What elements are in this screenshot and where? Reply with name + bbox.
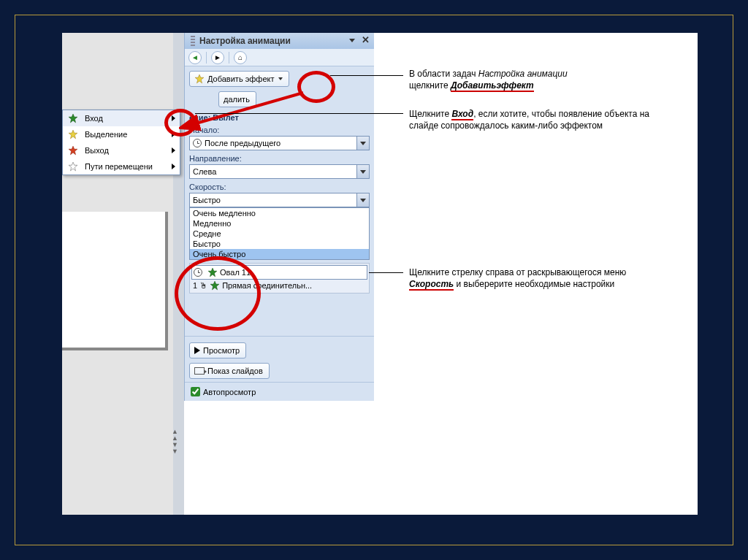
projector-icon xyxy=(194,367,205,375)
svg-line-7 xyxy=(194,93,303,124)
svg-marker-3 xyxy=(69,114,77,123)
star-icon xyxy=(68,129,78,139)
separator xyxy=(229,52,229,64)
menu-label: Вход xyxy=(85,114,103,123)
leader-line xyxy=(330,75,403,76)
slideshow-button[interactable]: Показ слайдов xyxy=(189,363,270,379)
direction-label: Направление: xyxy=(189,154,370,163)
menu-item-exit[interactable]: Выход xyxy=(63,142,180,158)
menu-label: Выделение xyxy=(85,130,127,139)
reorder-chevrons[interactable]: ▲▲▼▼ xyxy=(172,429,178,454)
red-arrow xyxy=(179,84,310,135)
speed-option[interactable]: Медленно xyxy=(190,218,369,229)
speed-listbox[interactable]: Очень медленно Медленно Средне Быстро Оч… xyxy=(189,207,370,260)
svg-marker-0 xyxy=(195,74,204,83)
pane-titlebar: Настройка анимации ✕ xyxy=(185,33,374,49)
menu-item-motion-paths[interactable]: Пути перемещени xyxy=(63,158,180,174)
direction-select[interactable]: Слева xyxy=(189,164,370,179)
leader-line xyxy=(369,272,403,273)
speed-option[interactable]: Быстро xyxy=(190,239,369,249)
direction-value: Слева xyxy=(193,167,216,176)
add-effect-label: Добавить эффект xyxy=(207,74,274,83)
menu-label: Выход xyxy=(85,146,109,155)
annotation-1: В области задач Настройка анимации щелкн… xyxy=(409,68,657,91)
menu-label: Пути перемещени xyxy=(85,162,153,171)
menu-item-emphasis[interactable]: Выделение xyxy=(63,126,180,142)
home-icon[interactable]: ⌂ xyxy=(234,51,247,64)
autopreview-label: Автопросмотр xyxy=(203,388,256,396)
close-icon[interactable]: ✕ xyxy=(362,34,370,45)
start-value: После предыдущего xyxy=(205,139,280,147)
speed-option[interactable]: Очень медленно xyxy=(190,208,369,218)
grip-icon xyxy=(191,36,195,46)
speed-select[interactable]: Быстро xyxy=(189,193,370,207)
back-icon[interactable]: ◄ xyxy=(188,51,202,64)
red-highlight-circle xyxy=(175,256,261,331)
speed-option[interactable]: Средне xyxy=(190,229,369,239)
annotation-3: Щелкните стрелку справа от раскрывающего… xyxy=(409,266,672,290)
start-select[interactable]: После предыдущего xyxy=(189,136,370,150)
autopreview-checkbox[interactable] xyxy=(191,387,200,396)
title-dropdown-icon[interactable] xyxy=(349,39,355,42)
chevron-down-icon[interactable] xyxy=(356,137,369,150)
slide-thumbnail xyxy=(62,212,168,350)
chevron-down-icon[interactable] xyxy=(356,165,369,178)
nav-row: ◄ ► ⌂ xyxy=(185,49,374,66)
separator xyxy=(206,52,207,64)
chevron-right-icon xyxy=(172,147,175,153)
annotation-2: Щелкните Вход, если хотите, чтобы появле… xyxy=(409,108,672,131)
pane-title-text: Настройка анимации xyxy=(199,36,291,46)
svg-marker-4 xyxy=(69,130,77,139)
menu-item-entrance[interactable]: Вход xyxy=(63,110,180,126)
chevron-right-icon xyxy=(172,164,175,169)
chevron-down-icon xyxy=(278,77,283,80)
star-icon xyxy=(68,145,78,156)
leader-line xyxy=(195,113,403,114)
star-icon xyxy=(68,113,78,123)
slideshow-label: Показ слайдов xyxy=(207,367,263,375)
bottom-buttons: Просмотр Показ слайдов xyxy=(185,336,374,382)
star-icon xyxy=(68,161,78,172)
effect-context-menu: Вход Выделение Выход Пути перемещени xyxy=(62,110,180,175)
chevron-down-icon[interactable] xyxy=(353,266,365,278)
star-icon xyxy=(194,74,205,84)
svg-marker-5 xyxy=(69,146,77,155)
play-icon xyxy=(194,347,200,354)
svg-marker-6 xyxy=(69,162,77,171)
chevron-down-icon[interactable] xyxy=(356,193,369,207)
autopreview-row: Автопросмотр xyxy=(185,382,374,401)
content: Настройка анимации ✕ ◄ ► ⌂ Добавить эффе… xyxy=(62,33,698,515)
speed-label: Скорость: xyxy=(189,183,370,191)
preview-button[interactable]: Просмотр xyxy=(189,342,246,358)
speed-value: Быстро xyxy=(193,196,221,204)
clock-icon xyxy=(193,139,202,147)
forward-icon[interactable]: ► xyxy=(211,51,224,64)
preview-label: Просмотр xyxy=(203,346,240,355)
